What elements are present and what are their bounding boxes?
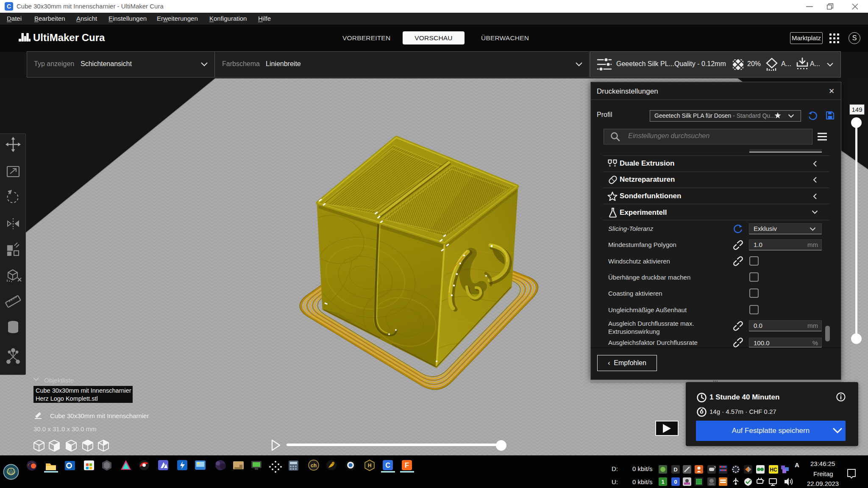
svg-text:H: H [368, 463, 372, 469]
svg-text:F: F [405, 462, 409, 469]
svg-text:0: 0 [674, 479, 677, 485]
svg-text:1: 1 [661, 479, 664, 485]
svg-text:D: D [673, 466, 677, 473]
svg-text:?: ? [714, 466, 716, 470]
svg-text:C: C [385, 462, 390, 469]
svg-text:ch: ch [311, 463, 317, 469]
svg-text:HC: HC [770, 467, 777, 473]
